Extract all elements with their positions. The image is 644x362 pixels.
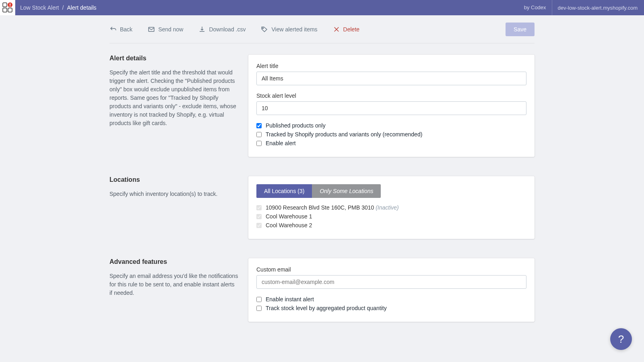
tab-some-locations[interactable]: Only Some Locations <box>312 184 381 198</box>
enable-alert-label: Enable alert <box>266 140 296 146</box>
published-only-checkbox[interactable] <box>256 123 262 128</box>
advanced-heading: Advanced features <box>109 258 239 265</box>
location-3-label: Cool Warehouse 2 <box>266 222 312 228</box>
back-icon <box>109 26 117 33</box>
alert-details-heading: Alert details <box>109 55 239 62</box>
svg-rect-5 <box>10 6 10 7</box>
svg-rect-4 <box>10 4 10 6</box>
location-3-checkbox <box>256 223 262 228</box>
back-label: Back <box>120 26 132 33</box>
help-fab[interactable]: ? <box>610 328 632 350</box>
svg-rect-0 <box>3 3 7 7</box>
breadcrumb-separator: / <box>62 4 64 11</box>
view-alerted-items-label: View alerted items <box>271 26 317 33</box>
location-2-label: Cool Warehouse 1 <box>266 213 312 220</box>
tab-all-locations[interactable]: All Locations (3) <box>256 184 312 198</box>
advanced-card: Custom email Enable instant alert Track … <box>248 258 535 322</box>
shop-domain-link[interactable]: dev-low-stock-alert.myshopify.com <box>552 5 638 11</box>
action-bar: Back Send now Download .csv View alerted… <box>109 15 535 43</box>
alert-title-input[interactable] <box>256 72 526 85</box>
breadcrumb: Low Stock Alert / Alert details <box>20 4 97 11</box>
by-codex-link[interactable]: by Codex <box>518 0 552 15</box>
stock-level-label: Stock alert level <box>256 93 526 99</box>
custom-email-input[interactable] <box>256 275 526 289</box>
close-icon <box>333 26 340 33</box>
locations-card: All Locations (3) Only Some Locations 10… <box>248 176 535 239</box>
download-csv-label: Download .csv <box>209 26 246 33</box>
tracked-only-checkbox[interactable] <box>256 132 262 137</box>
locations-desc: Specify which inventory location(s) to t… <box>109 190 239 198</box>
instant-alert-checkbox[interactable] <box>256 297 262 302</box>
send-now-button[interactable]: Send now <box>148 26 183 33</box>
save-button[interactable]: Save <box>506 23 535 36</box>
download-icon <box>198 26 206 33</box>
locations-heading: Locations <box>109 176 239 183</box>
location-2-checkbox <box>256 214 262 219</box>
download-csv-button[interactable]: Download .csv <box>198 26 246 33</box>
alert-details-desc: Specify the alert title and the threshol… <box>109 68 239 128</box>
view-alerted-items-button[interactable]: View alerted items <box>261 26 317 33</box>
svg-point-7 <box>263 27 264 28</box>
breadcrumb-root[interactable]: Low Stock Alert <box>20 4 59 11</box>
delete-label: Delete <box>343 26 359 33</box>
location-1-inactive-badge: (Inactive) <box>376 204 399 211</box>
advanced-desc: Specify an email address you'd like the … <box>109 272 239 297</box>
aggregate-checkbox[interactable] <box>256 306 262 311</box>
back-button[interactable]: Back <box>109 26 132 33</box>
tag-icon <box>261 26 268 33</box>
custom-email-label: Custom email <box>256 266 526 273</box>
tracked-only-label: Tracked by Shopify products and variants… <box>266 131 422 138</box>
send-now-label: Send now <box>158 26 183 33</box>
envelope-icon <box>148 26 155 33</box>
app-logo-icon <box>0 0 15 15</box>
stock-level-input[interactable] <box>256 101 526 115</box>
topbar: Low Stock Alert / Alert details by Codex… <box>0 0 644 15</box>
alert-title-label: Alert title <box>256 63 526 69</box>
location-1-checkbox <box>256 205 262 210</box>
published-only-label: Published products only <box>266 122 326 129</box>
location-1-label: 10900 Research Blvd Ste 160C, PMB 3010 <box>266 204 374 211</box>
aggregate-label: Track stock level by aggregated product … <box>266 305 387 311</box>
breadcrumb-current: Alert details <box>67 4 96 11</box>
alert-details-card: Alert title Stock alert level Published … <box>248 55 535 157</box>
instant-alert-label: Enable instant alert <box>266 296 314 302</box>
enable-alert-checkbox[interactable] <box>256 141 262 146</box>
locations-tabs: All Locations (3) Only Some Locations <box>256 184 381 198</box>
delete-button[interactable]: Delete <box>333 26 359 33</box>
topbar-right: by Codex dev-low-stock-alert.myshopify.c… <box>518 0 638 15</box>
svg-rect-1 <box>3 8 7 12</box>
svg-rect-2 <box>8 8 12 12</box>
